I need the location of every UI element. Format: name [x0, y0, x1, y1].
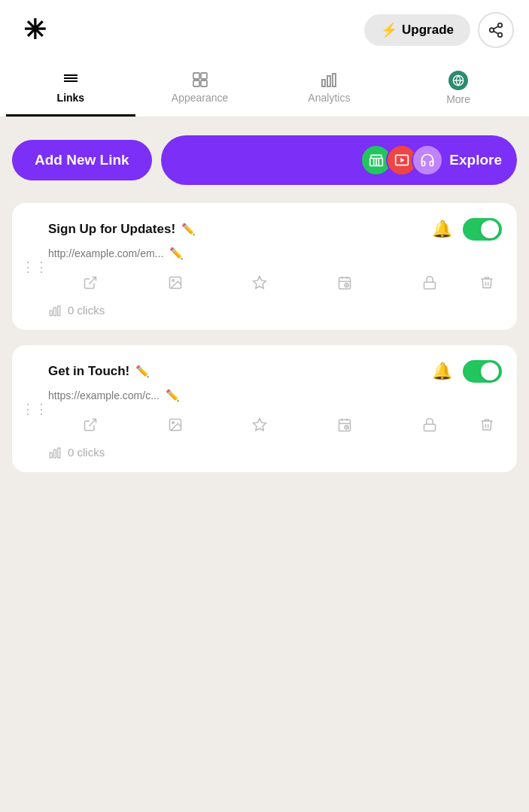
clicks-row: 0 clicks	[48, 444, 502, 460]
upgrade-label: Upgrade	[402, 23, 454, 38]
card-content: Sign Up for Updates! ✏️ 🔔 http://example…	[48, 218, 502, 318]
clicks-chart-icon	[48, 302, 62, 318]
svg-rect-8	[193, 73, 199, 79]
logo-icon: ✳	[15, 11, 54, 50]
svg-rect-29	[50, 311, 52, 316]
add-new-link-button[interactable]: Add New Link	[12, 140, 152, 180]
svg-marker-22	[254, 277, 266, 289]
card-title-row: Get in Touch! ✏️	[48, 364, 150, 379]
svg-point-33	[172, 422, 175, 424]
share-icon	[488, 22, 504, 38]
bell-icon[interactable]: 🔔	[432, 220, 452, 239]
link-card: ⋮⋮ Get in Touch! ✏️ 🔔 https://example.co…	[12, 345, 517, 472]
svg-rect-41	[50, 453, 52, 458]
link-toggle[interactable]	[463, 218, 502, 241]
nav-tabs: Links Appearance Analytics	[0, 60, 529, 117]
card-actions	[48, 272, 502, 293]
edit-url-icon[interactable]: ✏️	[166, 389, 180, 402]
svg-rect-40	[424, 424, 435, 431]
redirect-icon[interactable]	[48, 414, 133, 435]
tab-links-label: Links	[57, 92, 85, 104]
svg-point-21	[172, 280, 175, 282]
tab-appearance-label: Appearance	[172, 92, 229, 104]
svg-rect-23	[339, 277, 351, 289]
link-url: https://example.com/c...	[48, 389, 160, 401]
star-icon[interactable]	[217, 272, 303, 293]
delete-icon[interactable]	[472, 414, 502, 435]
card-header-right: 🔔	[432, 360, 502, 383]
link-title: Get in Touch!	[48, 364, 129, 379]
schedule-icon[interactable]	[303, 414, 388, 435]
tab-appearance[interactable]: Appearance	[135, 60, 265, 117]
svg-rect-30	[54, 308, 56, 317]
drag-handle[interactable]: ⋮⋮	[21, 401, 48, 417]
main-content: Add New Link	[0, 117, 529, 505]
more-icon	[448, 71, 468, 90]
card-header: Get in Touch! ✏️ 🔔	[48, 360, 502, 383]
svg-rect-14	[333, 74, 336, 86]
svg-rect-31	[58, 306, 60, 316]
delete-icon[interactable]	[472, 272, 502, 293]
svg-line-3	[494, 31, 498, 34]
clicks-row: 0 clicks	[48, 302, 502, 318]
tab-analytics[interactable]: Analytics	[265, 60, 394, 117]
edit-title-icon[interactable]: ✏️	[181, 223, 196, 236]
tab-analytics-label: Analytics	[308, 92, 350, 104]
svg-rect-43	[58, 448, 60, 458]
clicks-chart-icon	[48, 444, 62, 460]
link-toggle[interactable]	[463, 360, 502, 383]
add-new-link-label: Add New Link	[35, 152, 129, 168]
edit-url-icon[interactable]: ✏️	[169, 247, 184, 260]
explore-icons	[360, 144, 443, 176]
card-content: Get in Touch! ✏️ 🔔 https://example.com/c…	[48, 360, 502, 460]
tab-more[interactable]: More	[394, 60, 523, 117]
svg-rect-42	[54, 450, 56, 459]
link-card: ⋮⋮ Sign Up for Updates! ✏️ 🔔 http://exam…	[12, 203, 517, 330]
analytics-icon	[320, 71, 338, 89]
header: ✳ ⚡ Upgrade	[0, 0, 529, 60]
links-icon	[62, 71, 80, 89]
card-actions	[48, 414, 502, 435]
svg-marker-19	[401, 158, 405, 163]
image-icon[interactable]	[133, 414, 218, 435]
tab-links[interactable]: Links	[6, 60, 135, 117]
card-url-row: https://example.com/c... ✏️	[48, 389, 502, 402]
explore-icon-headphones	[412, 144, 443, 176]
svg-rect-10	[193, 80, 199, 86]
card-header-right: 🔔	[432, 218, 502, 241]
svg-line-4	[494, 26, 498, 29]
share-button[interactable]	[478, 12, 514, 48]
link-clicks: 0 clicks	[68, 304, 105, 317]
svg-rect-12	[322, 80, 325, 86]
svg-marker-34	[254, 419, 266, 431]
lock-icon[interactable]	[387, 414, 472, 435]
schedule-icon[interactable]	[303, 272, 388, 293]
link-clicks: 0 clicks	[68, 446, 105, 459]
card-header: Sign Up for Updates! ✏️ 🔔	[48, 218, 502, 241]
star-icon[interactable]	[217, 414, 303, 435]
redirect-icon[interactable]	[48, 272, 133, 293]
card-url-row: http://example.com/em... ✏️	[48, 247, 502, 260]
drag-handle[interactable]: ⋮⋮	[21, 259, 48, 275]
bolt-icon: ⚡	[381, 22, 397, 38]
link-title: Sign Up for Updates!	[48, 222, 175, 237]
upgrade-button[interactable]: ⚡ Upgrade	[364, 14, 470, 46]
svg-rect-13	[327, 76, 330, 86]
appearance-icon	[191, 71, 209, 89]
svg-rect-9	[201, 73, 207, 79]
link-url: http://example.com/em...	[48, 247, 163, 259]
tab-more-label: More	[446, 93, 470, 105]
action-bar: Add New Link	[12, 135, 517, 185]
explore-label: Explore	[449, 152, 502, 168]
bell-icon[interactable]: 🔔	[432, 362, 452, 381]
header-actions: ⚡ Upgrade	[364, 12, 514, 48]
svg-rect-35	[339, 420, 351, 431]
lock-icon[interactable]	[387, 272, 472, 293]
svg-rect-28	[424, 282, 435, 289]
image-icon[interactable]	[133, 272, 218, 293]
explore-button[interactable]: Explore	[161, 135, 517, 185]
svg-rect-11	[201, 80, 207, 86]
card-title-row: Sign Up for Updates! ✏️	[48, 222, 196, 237]
edit-title-icon[interactable]: ✏️	[135, 365, 150, 378]
